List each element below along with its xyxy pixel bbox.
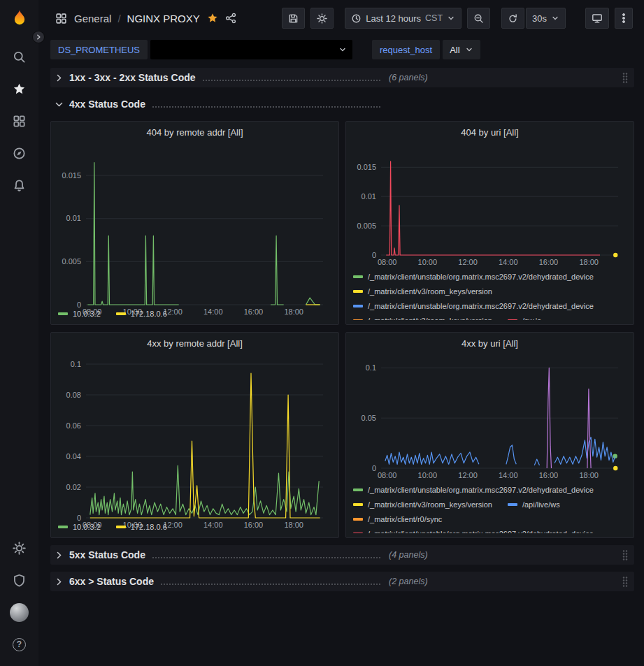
svg-text:0.06: 0.06 xyxy=(66,421,81,430)
sidebar-expand-button[interactable] xyxy=(32,31,45,43)
legend-item[interactable]: /api/live/ws xyxy=(508,500,560,509)
sidebar-item-help[interactable]: ? xyxy=(0,628,38,660)
variables-submenu: DS_PROMETHEUS request_host All xyxy=(38,36,644,63)
legend-item[interactable]: /_matrix/client/v3/room_keys/version xyxy=(353,317,492,321)
refresh-interval-select[interactable]: 30s xyxy=(526,8,566,29)
svg-text:0.05: 0.05 xyxy=(362,413,376,421)
breadcrumb-folder[interactable]: General xyxy=(74,13,111,24)
time-range-picker[interactable]: Last 12 hours CST xyxy=(345,8,461,29)
panel-title[interactable]: 4xx by remote addr [All] xyxy=(58,335,331,351)
time-series-chart[interactable]: 00.0050.010.01508:0010:0012:0014:0016:00… xyxy=(58,140,331,305)
chevron-right-icon xyxy=(55,551,64,560)
legend-item[interactable]: /_matrix/client/v3/room_keys/version xyxy=(353,500,492,509)
legend-row: /_matrix/client/r0/sync xyxy=(353,512,627,526)
row-4xx-status-code[interactable]: 4xx Status Code xyxy=(50,94,634,114)
panel-grid-404: 404 by remote addr [All] 00.0050.010.015… xyxy=(50,121,634,325)
main-column: General / NGINX PROXY xyxy=(38,0,644,666)
time-series-chart[interactable]: 00.050.108:0010:0012:0014:0016:0018:00 xyxy=(353,352,627,480)
sidebar-item-profile[interactable] xyxy=(0,596,38,628)
save-icon xyxy=(288,13,299,24)
svg-text:0.02: 0.02 xyxy=(66,483,81,491)
panel-grid-4xx: 4xx by remote addr [All] 00.020.040.060.… xyxy=(50,332,634,538)
row-drag-handle[interactable] xyxy=(622,576,629,588)
svg-text:0.1: 0.1 xyxy=(366,363,376,371)
sidebar-item-starred[interactable] xyxy=(0,73,38,105)
share-icon[interactable] xyxy=(225,13,236,24)
drag-handle-icon xyxy=(622,549,629,561)
legend-row: /_matrix/client/unstable/org.matrix.msc2… xyxy=(353,269,627,284)
legend-item[interactable]: /_matrix/client/v3/room_keys/version xyxy=(353,287,492,296)
save-dashboard-button[interactable] xyxy=(282,8,305,29)
legend-series-label: /_matrix/client/r0/sync xyxy=(368,515,442,523)
chevron-down-icon xyxy=(55,100,64,109)
legend-item[interactable]: /_matrix/client/unstable/org.matrix.msc2… xyxy=(353,530,594,534)
legend-series-label: /_matrix/client/unstable/org.matrix.msc2… xyxy=(368,273,594,281)
legend-item[interactable]: 10.0.3.2 xyxy=(58,310,101,318)
row-title: 4xx Status Code xyxy=(69,99,145,110)
legend-series-label: /_matrix/client/unstable/org.matrix.msc2… xyxy=(368,486,594,494)
breadcrumb-dashboard-title[interactable]: NGINX PROXY xyxy=(127,13,200,24)
svg-text:18:00: 18:00 xyxy=(579,471,599,479)
sidebar: ? xyxy=(0,0,38,666)
panel-title[interactable]: 4xx by uri [All] xyxy=(353,335,627,352)
sidebar-item-search[interactable] xyxy=(0,41,38,73)
more-options-button[interactable] xyxy=(615,8,633,29)
sidebar-item-server-admin[interactable] xyxy=(0,564,38,596)
legend-item[interactable]: /_matrix/client/unstable/org.matrix.msc2… xyxy=(353,302,594,310)
legend-item[interactable]: 172.18.0.6 xyxy=(116,523,167,531)
legend-item[interactable]: /_matrix/client/r0/sync xyxy=(353,515,442,523)
panel-title[interactable]: 404 by uri [All] xyxy=(353,124,627,141)
svg-text:10:00: 10:00 xyxy=(418,471,438,479)
time-series-chart[interactable]: 00.0050.010.01508:0010:0012:0014:0016:00… xyxy=(353,141,627,267)
zoom-out-time-button[interactable] xyxy=(467,8,490,29)
sidebar-item-dashboards[interactable] xyxy=(0,105,38,137)
svg-text:08:00: 08:00 xyxy=(378,471,397,479)
apps-icon xyxy=(55,13,67,24)
chart-legend: /_matrix/client/unstable/org.matrix.msc2… xyxy=(353,480,627,533)
row-6xx-status-code[interactable]: 6xx > Status Code (2 panels) xyxy=(50,572,634,591)
svg-text:08:00: 08:00 xyxy=(378,258,397,266)
sidebar-item-alerting[interactable] xyxy=(0,169,38,201)
chart-legend: 10.0.3.2172.18.0.6 xyxy=(58,518,331,533)
grafana-logo[interactable] xyxy=(8,7,31,31)
chevron-down-icon xyxy=(338,45,347,54)
chart-legend: /_matrix/client/unstable/org.matrix.msc2… xyxy=(353,267,627,320)
row-panel-count: (4 panels) xyxy=(389,550,428,560)
legend-item[interactable]: 10.0.3.2 xyxy=(58,523,101,531)
refresh-icon xyxy=(508,13,518,24)
chevron-right-icon xyxy=(55,73,64,82)
variable-label-ds-prometheus[interactable]: DS_PROMETHEUS xyxy=(50,40,148,59)
request-host-select[interactable]: All xyxy=(443,40,480,59)
row-drag-handle[interactable] xyxy=(622,72,629,84)
legend-item[interactable]: /_matrix/client/unstable/org.matrix.msc2… xyxy=(353,486,594,494)
legend-item[interactable]: /_matrix/client/unstable/org.matrix.msc2… xyxy=(353,273,594,281)
legend-row: /_matrix/client/unstable/org.matrix.msc2… xyxy=(353,298,627,313)
svg-text:0.08: 0.08 xyxy=(66,391,81,399)
refresh-button[interactable] xyxy=(501,8,524,29)
legend-row: /_matrix/client/v3/room_keys/version xyxy=(353,284,627,298)
legend-series-marker-icon xyxy=(116,526,126,528)
chevron-down-icon xyxy=(447,14,455,22)
row-title: 6xx > Status Code xyxy=(69,576,154,587)
legend-series-label: /_matrix/client/v3/room_keys/version xyxy=(368,317,492,321)
legend-item[interactable]: /sw.js xyxy=(508,317,541,321)
sidebar-item-configuration[interactable] xyxy=(0,532,38,564)
row-title: 1xx - 3xx - 2xx Status Code xyxy=(69,72,196,83)
legend-item[interactable]: 172.18.0.6 xyxy=(116,310,167,318)
panel-title[interactable]: 404 by remote addr [All] xyxy=(58,124,331,140)
row-5xx-status-code[interactable]: 5xx Status Code (4 panels) xyxy=(50,545,634,565)
time-series-chart[interactable]: 00.020.040.060.080.108:0010:0012:0014:00… xyxy=(58,351,331,518)
favorite-star-icon[interactable] xyxy=(207,13,218,24)
legend-series-label: 10.0.3.2 xyxy=(73,523,101,531)
row-drag-handle[interactable] xyxy=(622,549,629,561)
datasource-select[interactable] xyxy=(150,40,352,59)
legend-row: 10.0.3.2172.18.0.6 xyxy=(58,520,331,533)
dashboard-toolbar: Last 12 hours CST xyxy=(282,8,633,29)
row-1xx-3xx-2xx-status-code[interactable]: 1xx - 3xx - 2xx Status Code (6 panels) xyxy=(50,68,634,87)
tv-mode-button[interactable] xyxy=(585,8,609,29)
sidebar-item-explore[interactable] xyxy=(0,137,38,169)
dashboard-settings-button[interactable] xyxy=(310,8,334,29)
row-title: 5xx Status Code xyxy=(69,549,145,560)
shield-icon xyxy=(13,574,26,587)
variable-label-request-host[interactable]: request_host xyxy=(372,40,440,59)
